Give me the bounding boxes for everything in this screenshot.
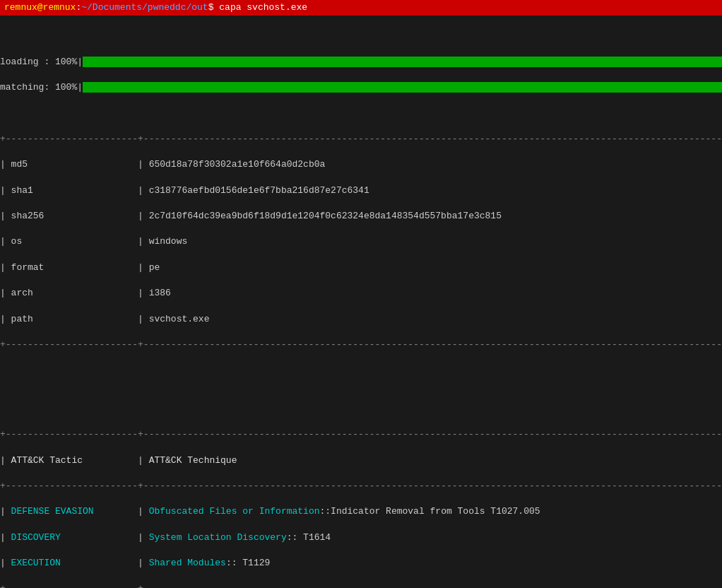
attck-row2: | DISCOVERY | System Location Discovery:… <box>0 531 722 544</box>
attck-header-border: +------------------------+--------------… <box>0 480 722 493</box>
attck-header: | ATT&CK Tactic | ATT&CK Technique | <box>0 454 722 467</box>
file-info-os: | os | windows | <box>0 235 722 248</box>
attck-bottom-border: +------------------------+--------------… <box>0 582 722 588</box>
attck-top-border: +------------------------+--------------… <box>0 428 722 441</box>
prompt: $ <box>208 2 220 13</box>
file-info-path: | path | svchost.exe | <box>0 313 722 326</box>
output: loading : 100%|█████████████████████████… <box>0 16 722 588</box>
file-info-sha1: | sha1 | c318776aefbd0156de1e6f7bba216d8… <box>0 184 722 197</box>
path: ~/Documents/pwneddc/out <box>81 2 208 13</box>
attck-row1: | DEFENSE EVASION | Obfuscated Files or … <box>0 505 722 518</box>
command: capa svchost.exe <box>219 2 307 13</box>
username: remnux@remnux <box>4 2 76 13</box>
title-bar: remnux@remnux:~/Documents/pwneddc/out$ c… <box>0 0 722 16</box>
loading-line2: matching: 100%|█████████████████████████… <box>0 81 722 94</box>
blank1 <box>0 377 722 389</box>
file-info-top-border: +------------------------+--------------… <box>0 133 722 146</box>
file-info-sha256: | sha256 | 2c7d10f64dc39ea9bd6f18d9d1e12… <box>0 210 722 223</box>
file-info-format: | format | pe | <box>0 261 722 274</box>
terminal: remnux@remnux:~/Documents/pwneddc/out$ c… <box>0 0 722 588</box>
file-info-md5: | md5 | 650d18a78f30302a1e10f664a0d2cb0a… <box>0 158 722 171</box>
loading-line1: loading : 100%|█████████████████████████… <box>0 56 722 69</box>
attck-row3: | EXECUTION | Shared Modules:: T1129 | <box>0 557 722 570</box>
file-info-arch: | arch | i386 | <box>0 287 722 300</box>
file-info-bottom-border: +------------------------+--------------… <box>0 339 722 351</box>
